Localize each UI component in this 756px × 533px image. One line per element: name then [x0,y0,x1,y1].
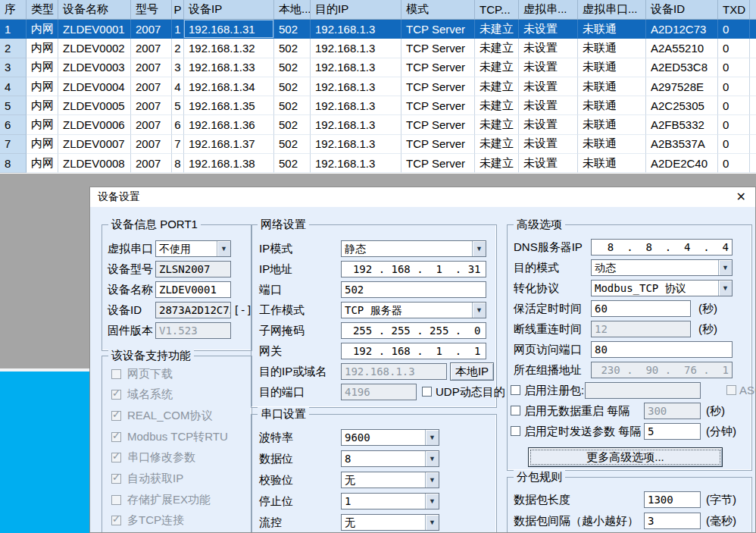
table-cell[interactable]: A2D12C73 [646,20,718,39]
table-cell[interactable]: ZLDEV0006 [58,115,131,134]
baud-rate-combo[interactable]: 9600▼ [341,429,439,446]
table-cell[interactable]: ZLDEV0007 [58,135,131,154]
subnet-mask-input[interactable]: 255 . 255 . 255 . 0 [341,322,486,339]
packet-length-input[interactable]: 1300 [644,491,701,508]
table-cell[interactable]: 5 [0,96,27,115]
ip-address-input[interactable]: 192 . 168 . 1 . 31 [341,261,486,277]
web-port-input[interactable]: 80 [591,341,733,358]
table-cell[interactable]: A2DE2C40 [646,154,718,173]
dns-server-ip-input[interactable]: 8 . 8 . 4 . 4 [591,239,733,256]
table-cell[interactable] [750,115,756,134]
table-cell[interactable]: 4 [0,77,27,96]
table-cell[interactable]: 内网 [27,58,58,77]
table-cell[interactable]: ZLDEV0005 [58,96,131,115]
chevron-down-icon[interactable]: ▼ [472,303,486,318]
table-cell[interactable]: 3 [0,58,27,77]
table-cell[interactable]: 未联通 [578,77,646,96]
column-header[interactable]: 设备名称 [58,0,131,20]
chevron-down-icon[interactable]: ▼ [425,515,439,530]
table-cell[interactable]: 192.168.1.36 [184,115,274,134]
port-input[interactable]: 502 [341,281,486,298]
table-cell[interactable]: A2ED53C8 [646,58,718,77]
table-cell[interactable]: 502 [274,154,311,173]
more-advanced-options-button[interactable]: 更多高级选项... [528,447,723,467]
table-cell[interactable]: 内网 [27,20,58,39]
table-row[interactable]: 6内网ZLDEV000620076192.168.1.36502192.168.… [0,115,756,134]
table-cell[interactable] [750,39,756,58]
table-cell[interactable]: 192.168.1.3 [311,77,401,96]
column-header[interactable]: P [172,0,184,20]
table-cell[interactable]: 502 [274,77,311,96]
table-cell[interactable]: 192.168.1.38 [184,154,274,173]
table-cell[interactable]: 未设置 [519,39,578,58]
table-cell[interactable]: 502 [274,58,311,77]
chevron-down-icon[interactable]: ▼ [425,472,439,488]
table-cell[interactable]: 0 [718,77,750,96]
table-cell[interactable]: A2C25305 [646,96,718,115]
minus-button[interactable]: [-] [233,302,252,318]
dialog-titlebar[interactable]: 设备设置 ✕ [90,187,755,207]
close-icon[interactable]: ✕ [736,191,746,203]
table-row[interactable]: 1内网ZLDEV000120071192.168.1.31502192.168.… [0,20,756,39]
table-cell[interactable]: 未建立 [475,77,519,96]
table-cell[interactable]: 未建立 [475,20,519,39]
table-cell[interactable] [750,96,756,115]
table-cell[interactable]: ZLDEV0001 [58,20,131,39]
table-cell[interactable]: ZLDEV0004 [58,77,131,96]
table-cell[interactable]: 未联通 [578,115,646,134]
table-cell[interactable]: 未联通 [578,39,646,58]
table-cell[interactable]: 未设置 [519,154,578,173]
chevron-down-icon[interactable]: ▼ [217,241,230,256]
table-cell[interactable]: 0 [718,39,750,58]
table-cell[interactable]: 2007 [131,96,172,115]
chevron-down-icon[interactable]: ▼ [425,494,439,509]
column-header[interactable]: 虚拟串口... [578,0,646,20]
table-cell[interactable]: 2007 [131,20,172,39]
table-row[interactable]: 5内网ZLDEV000520075192.168.1.35502192.168.… [0,96,756,115]
table-cell[interactable]: 5 [172,96,184,115]
stop-bits-combo[interactable]: 1▼ [341,493,439,509]
table-cell[interactable]: 未建立 [475,135,519,154]
keepalive-time-input[interactable]: 60 [591,300,691,317]
checkbox-enable-reg-packet[interactable] [511,385,520,395]
table-cell[interactable]: 0 [718,96,750,115]
work-mode-combo[interactable]: TCP 服务器▼ [341,302,486,318]
flow-control-combo[interactable]: 无▼ [341,514,439,531]
table-cell[interactable]: ZLDEV0002 [58,39,131,58]
table-cell[interactable]: TCP Server [401,115,475,134]
column-header[interactable]: 设备ID [646,0,718,20]
table-cell[interactable]: 192.168.1.37 [184,135,274,154]
dest-mode-combo[interactable]: 动态▼ [591,259,733,276]
device-name-input[interactable]: ZLDEV0001 [155,281,231,298]
chevron-down-icon[interactable]: ▼ [472,241,486,256]
checkbox-enable-timed-params[interactable] [511,426,520,436]
table-cell[interactable]: 内网 [27,154,58,173]
table-cell[interactable]: 192.168.1.34 [184,77,274,96]
table-cell[interactable]: 8 [0,154,27,173]
checkbox-dest-port[interactable] [422,387,432,397]
table-cell[interactable]: 未设置 [519,115,578,134]
table-cell[interactable] [750,154,756,173]
table-cell[interactable]: 2 [172,39,184,58]
table-cell[interactable]: TCP Server [401,58,475,77]
data-bits-combo[interactable]: 8▼ [341,450,439,467]
table-cell[interactable]: 192.168.1.33 [184,58,274,77]
local-ip-button[interactable]: 本地IP [450,362,494,381]
column-header[interactable] [750,0,756,20]
table-cell[interactable]: 2007 [131,135,172,154]
column-header[interactable]: TXD [718,0,750,20]
table-cell[interactable]: 0 [718,58,750,77]
table-cell[interactable]: 2007 [131,39,172,58]
table-row[interactable]: 2内网ZLDEV000220072192.168.1.32502192.168.… [0,39,756,58]
table-cell[interactable]: 502 [274,96,311,115]
table-cell[interactable]: 192.168.1.32 [184,39,274,58]
table-cell[interactable]: TCP Server [401,20,475,39]
column-header[interactable]: TCP... [475,0,519,20]
table-cell[interactable]: 192.168.1.3 [311,154,401,173]
checkbox-enable-no-data-restart[interactable] [511,406,520,415]
table-cell[interactable]: 内网 [27,39,58,58]
enable-timed-params-input[interactable]: 5 [644,423,701,440]
table-cell[interactable]: 0 [718,115,750,134]
column-header[interactable]: 型号 [131,0,172,20]
table-cell[interactable]: 内网 [27,115,58,134]
